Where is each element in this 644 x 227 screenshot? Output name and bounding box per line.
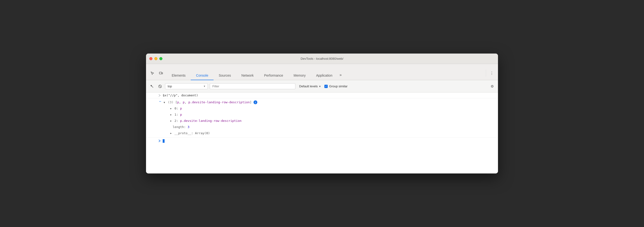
console-result-row: ← ▼ (3) [ p , p , p.devsite-landing-row-…	[146, 98, 498, 138]
console-output: $x("//p", document) ← ▼ (3) [ p , p , p.…	[146, 93, 498, 173]
tree-item-1: ▶ 1 : p	[163, 112, 498, 118]
devtools-window: DevTools - localhost:8080/web/ Elements	[146, 54, 498, 173]
more-options-button[interactable]: ⋮	[488, 70, 495, 76]
info-icon[interactable]: i	[254, 100, 257, 104]
divider	[486, 70, 486, 77]
tab-network[interactable]: Network	[236, 71, 259, 80]
settings-button[interactable]: ⚙	[489, 83, 495, 89]
array-item-2-row[interactable]: ▶ 2 : p.devsite-landing-row-description	[169, 118, 498, 124]
clear-console-icon[interactable]	[149, 83, 155, 89]
dropdown-arrow-icon: ▾	[204, 85, 205, 88]
group-similar-checkbox[interactable]: ✓	[324, 85, 328, 88]
minimize-button[interactable]	[154, 57, 158, 60]
length-row: length : 3	[169, 124, 498, 130]
context-dropdown[interactable]: top ▾	[165, 83, 208, 89]
back-arrow-icon: ←	[146, 99, 163, 103]
close-button[interactable]	[149, 57, 152, 60]
tab-elements[interactable]: Elements	[166, 71, 191, 80]
more-tabs-button[interactable]: »	[338, 70, 344, 80]
title-bar: DevTools - localhost:8080/web/	[146, 54, 498, 64]
default-levels-label: Default levels	[299, 85, 318, 88]
console-prompt-row	[146, 138, 498, 144]
console-command-row: $x("//p", document)	[146, 93, 498, 98]
toolbar-left	[149, 70, 164, 80]
three-dots-icon: ⋮	[490, 71, 494, 75]
proto-row[interactable]: ▶ __proto__ : Array(0)	[169, 130, 498, 136]
maximize-button[interactable]	[159, 57, 162, 60]
tab-bar: Elements Console Sources Network Perform…	[146, 64, 498, 80]
gear-icon: ⚙	[490, 84, 494, 89]
tab-console[interactable]: Console	[191, 71, 213, 80]
inspect-icon[interactable]	[149, 70, 156, 77]
filter-input[interactable]	[210, 83, 295, 89]
traffic-lights	[149, 57, 162, 60]
item1-expand-icon[interactable]: ▶	[169, 113, 173, 116]
array-header-row[interactable]: ▼ (3) [ p , p , p.devsite-landing-row-de…	[163, 99, 498, 105]
array-item-0-row[interactable]: ▶ 0 : p	[169, 105, 498, 112]
proto-property: ▶ __proto__ : Array(0)	[163, 130, 498, 136]
context-value: top	[168, 85, 172, 88]
svg-marker-4	[150, 85, 154, 88]
tree-item-0: ▶ 0 : p	[163, 105, 498, 112]
group-similar-label: Group similar	[329, 85, 348, 88]
tab-performance[interactable]: Performance	[259, 71, 288, 80]
tree-item-2: ▶ 2 : p.devsite-landing-row-description	[163, 118, 498, 124]
array-item-1-row[interactable]: ▶ 1 : p	[169, 112, 498, 118]
svg-line-6	[159, 85, 161, 87]
length-property: length : 3	[163, 124, 498, 130]
result-expand-area: ▼ (3) [ p , p , p.devsite-landing-row-de…	[163, 99, 498, 137]
tab-memory[interactable]: Memory	[288, 71, 311, 80]
device-toggle-icon[interactable]	[158, 70, 164, 77]
item2-expand-icon[interactable]: ▶	[169, 119, 173, 123]
command-text: $x("//p", document)	[163, 94, 198, 97]
item0-expand-icon[interactable]: ▶	[169, 107, 173, 110]
proto-expand-icon[interactable]: ▶	[169, 132, 173, 135]
svg-rect-1	[162, 73, 163, 74]
collapse-toggle-icon[interactable]: ▼	[163, 101, 166, 104]
prompt-icon	[146, 139, 163, 142]
command-prompt-icon	[146, 94, 163, 97]
tab-sources[interactable]: Sources	[214, 71, 236, 80]
cursor-blink	[163, 139, 164, 143]
levels-dropdown-icon: ▾	[319, 85, 320, 88]
window-title: DevTools - localhost:8080/web/	[300, 57, 344, 60]
svg-rect-0	[159, 72, 162, 74]
block-icon[interactable]	[157, 83, 163, 89]
tab-application[interactable]: Application	[311, 71, 338, 80]
console-toolbar: top ▾ Default levels ▾ ✓ Group similar ⚙	[146, 80, 498, 93]
tabs-container: Elements Console Sources Network Perform…	[166, 70, 485, 80]
toolbar-right: ⋮	[485, 70, 495, 80]
default-levels-button[interactable]: Default levels ▾	[297, 84, 322, 89]
group-similar-container: ✓ Group similar	[324, 85, 348, 88]
